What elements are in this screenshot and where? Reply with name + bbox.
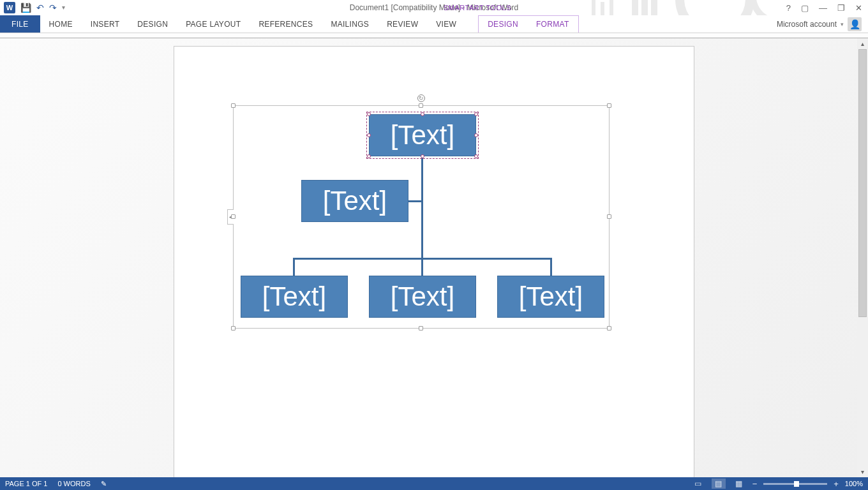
shape-handle[interactable] [421,112,424,116]
connector [408,200,421,202]
shape-handle[interactable] [367,112,371,116]
view-web-layout-icon[interactable]: ▦ [732,479,746,489]
document-page[interactable]: ↻ ◄ [Text] [174,46,694,477]
ribbon-body-collapsed [0,33,868,38]
quick-access-toolbar: W 💾 ↶ ↷ ▾ [0,2,65,13]
rotate-handle-icon[interactable]: ↻ [417,94,425,102]
redo-icon[interactable]: ↷ [49,3,57,12]
help-icon[interactable]: ? [784,3,793,13]
status-bar: PAGE 1 OF 1 0 WORDS ✎ ▭ ▤ ▦ − + 100% [0,477,868,490]
shape-handle[interactable] [367,154,371,158]
smartart-node-root[interactable]: [Text] [369,114,476,156]
tab-page-layout[interactable]: PAGE LAYOUT [177,15,250,33]
document-workspace: ↻ ◄ [Text] [0,38,868,477]
shape-handle[interactable] [367,133,371,137]
smartart-node-child[interactable]: [Text] [369,276,476,318]
tab-home[interactable]: HOME [40,15,82,33]
scroll-down-icon[interactable]: ▾ [857,466,868,477]
smartart-node-assistant[interactable]: [Text] [301,180,408,222]
qat-customize-icon[interactable]: ▾ [62,4,65,11]
shape-handle[interactable] [421,154,424,158]
smartart-canvas: [Text] [Text] [Text] [Text] [Text] [239,111,604,323]
connector [421,156,423,258]
resize-handle[interactable] [607,214,611,219]
shape-handle[interactable] [474,133,478,137]
connector [550,258,552,276]
avatar-icon: 👤 [848,17,862,31]
resize-handle[interactable] [607,103,611,108]
resize-handle[interactable] [231,214,236,219]
smartart-node-child[interactable]: [Text] [241,276,348,318]
zoom-level[interactable]: 100% [845,480,863,487]
view-print-layout-icon[interactable]: ▤ [712,479,726,489]
shape-handle[interactable] [474,154,478,158]
zoom-slider-thumb[interactable] [794,481,799,487]
tab-view[interactable]: VIEW [427,15,465,33]
tab-smartart-design[interactable]: DESIGN [478,15,527,33]
ribbon-display-options-icon[interactable]: ▢ [799,3,811,13]
resize-handle[interactable] [419,326,423,330]
shape-handle[interactable] [474,112,478,116]
scroll-track[interactable] [857,49,868,466]
tab-references[interactable]: REFERENCES [250,15,322,33]
chevron-down-icon: ▾ [841,21,844,27]
scroll-thumb[interactable] [858,49,867,317]
connector [293,258,295,276]
tab-review[interactable]: REVIEW [378,15,427,33]
connector [421,258,423,276]
node-text: [Text] [391,120,454,151]
zoom-in-icon[interactable]: + [834,479,839,489]
tab-mailings[interactable]: MAILINGS [322,15,378,33]
tab-insert[interactable]: INSERT [82,15,129,33]
minimize-icon[interactable]: — [817,3,829,13]
resize-handle[interactable] [607,326,611,330]
tab-file[interactable]: FILE [0,15,40,33]
account-area[interactable]: Microsoft account ▾ 👤 [777,15,862,33]
vertical-scrollbar[interactable]: ▴ ▾ [857,38,868,477]
tab-design[interactable]: DESIGN [128,15,177,33]
save-icon[interactable]: 💾 [20,3,31,12]
restore-icon[interactable]: ❐ [835,3,847,13]
resize-handle[interactable] [231,103,236,108]
resize-handle[interactable] [419,103,423,108]
resize-handle[interactable] [231,326,236,330]
undo-icon[interactable]: ↶ [36,3,44,12]
zoom-out-icon[interactable]: − [752,479,758,489]
close-icon[interactable]: ✕ [853,3,864,13]
ribbon-tabs: FILE HOME INSERT DESIGN PAGE LAYOUT REFE… [0,15,868,33]
scroll-up-icon[interactable]: ▴ [857,38,868,49]
tab-smartart-format[interactable]: FORMAT [527,15,579,33]
smartart-selection-frame[interactable]: ↻ ◄ [Text] [233,105,610,329]
view-read-mode-icon[interactable]: ▭ [691,479,705,489]
status-words[interactable]: 0 WORDS [57,480,90,487]
title-bar: W 💾 ↶ ↷ ▾ Document1 [Compatibility Mode]… [0,0,868,15]
window-controls: ? ▢ — ❐ ✕ [784,3,864,13]
status-page[interactable]: PAGE 1 OF 1 [5,480,47,487]
spellcheck-icon[interactable]: ✎ [101,480,107,488]
word-app-icon: W [4,2,15,13]
zoom-slider[interactable] [763,483,827,485]
account-label: Microsoft account [777,20,837,29]
smartart-node-child[interactable]: [Text] [497,276,604,318]
